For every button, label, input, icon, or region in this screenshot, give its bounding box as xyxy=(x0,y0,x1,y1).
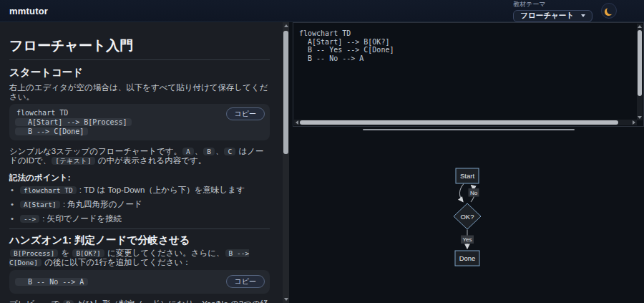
section-heading-start-code: スタートコード xyxy=(9,67,270,77)
section-divider xyxy=(9,229,270,229)
scrollbar-thumb[interactable] xyxy=(638,30,642,96)
points-heading: 記法のポイント: xyxy=(9,173,270,183)
editor-line: flowchart TD xyxy=(299,29,633,38)
flowchart-svg: No Yes Start OK? Done xyxy=(426,161,512,276)
scroll-right-arrow-icon[interactable] xyxy=(633,120,635,125)
scroll-up-arrow-icon[interactable] xyxy=(284,24,288,27)
dark-mode-toggle[interactable] xyxy=(601,3,617,19)
svg-text:Yes: Yes xyxy=(462,236,472,243)
scroll-down-arrow-icon[interactable] xyxy=(284,298,288,301)
scrollbar-thumb[interactable] xyxy=(300,120,618,125)
svg-text:OK?: OK? xyxy=(460,213,474,221)
handson-note-paragraph: プレビューで B がひし形（判定ノード）になり、Yes/No の2つの経路に分か… xyxy=(9,299,270,303)
split-resize-handle[interactable] xyxy=(363,129,575,130)
inline-code: B[Process] xyxy=(10,249,58,257)
inline-code: flowchart TD xyxy=(20,186,77,194)
workspace-panel: flowchart TD A[Start] --> B[OK?] B -- Ye… xyxy=(293,22,644,303)
editor-horizontal-scrollbar[interactable] xyxy=(294,120,637,125)
handson-intro-paragraph: B[Process] を B[OK?] に変更してください。さらに、B --> … xyxy=(9,249,270,267)
inline-code: [テキスト] xyxy=(52,157,94,165)
inline-code: --> xyxy=(20,215,39,223)
scroll-down-arrow-icon[interactable] xyxy=(638,116,642,119)
section-heading-handson1: ハンズオン1: 判定ノードで分岐させる xyxy=(9,235,270,245)
explain-paragraph: シンプルな3ステップのフローチャートです。A、B、C はノードのIDで、[テキス… xyxy=(9,147,270,165)
node-decision: OK? xyxy=(454,203,481,229)
copy-button[interactable]: コピー xyxy=(226,107,265,120)
moon-icon xyxy=(607,6,615,14)
lesson-content: フローチャート入門 スタートコード 右上のエディタが空の場合は、以下をすべて貼り… xyxy=(9,22,270,303)
inline-code: A xyxy=(182,148,194,155)
theme-select[interactable]: フローチャート xyxy=(513,10,592,22)
inline-code: B xyxy=(203,148,215,155)
edge-start-to-decision xyxy=(460,184,464,202)
scroll-left-arrow-icon[interactable] xyxy=(296,120,298,125)
scroll-up-arrow-icon[interactable] xyxy=(638,25,642,28)
svg-text:Done: Done xyxy=(459,254,476,262)
inline-code: C xyxy=(224,148,235,155)
code-block-handson: B -- No --> A コピー xyxy=(9,270,270,294)
editor-line: B -- Yes --> C[Done] xyxy=(299,46,633,54)
list-item: flowchart TD : TD は Top-Down（上から下）を意味します xyxy=(9,186,270,195)
code-line: B --> C[Done] xyxy=(16,127,263,136)
svg-text:No: No xyxy=(470,190,478,196)
copy-button[interactable]: コピー xyxy=(226,275,265,288)
app-header: mmtutor 教材テーマ フローチャート xyxy=(0,0,644,22)
header-controls: 教材テーマ フローチャート xyxy=(513,0,617,22)
inline-code: A[Start] xyxy=(20,201,60,208)
editor-line: B -- No --> A xyxy=(299,54,633,63)
points-list: flowchart TD : TD は Top-Down（上から下）を意味します… xyxy=(9,186,270,223)
editor-line: A[Start] --> B[OK?] xyxy=(299,38,633,47)
page-title: フローチャート入門 xyxy=(9,37,270,60)
diagram-preview: No Yes Start OK? Done xyxy=(293,131,644,303)
node-start: Start xyxy=(456,168,479,183)
code-line: A[Start] --> B[Process] xyxy=(16,117,263,127)
svg-text:Start: Start xyxy=(460,172,474,180)
code-block-start: flowchart TD A[Start] --> B[Process] B -… xyxy=(9,104,270,140)
inline-code: B[OK?] xyxy=(72,249,104,257)
theme-label: 教材テーマ xyxy=(513,0,592,9)
intro-paragraph: 右上のエディタが空の場合は、以下をすべて貼り付けて保存してください。 xyxy=(9,83,270,102)
theme-select-value: フローチャート xyxy=(520,11,574,21)
inline-code: B xyxy=(63,300,74,303)
editor-vertical-scrollbar[interactable] xyxy=(637,24,643,120)
editor-text-area[interactable]: flowchart TD A[Start] --> B[OK?] B -- Ye… xyxy=(299,29,633,117)
lesson-panel: フローチャート入門 スタートコード 右上のエディタが空の場合は、以下をすべて貼り… xyxy=(0,22,283,303)
scrollbar-thumb[interactable] xyxy=(283,31,288,154)
theme-group: 教材テーマ フローチャート xyxy=(513,0,592,22)
list-item: A[Start] : 角丸四角形のノード xyxy=(9,200,270,209)
edge-label-no: No xyxy=(469,188,479,197)
edge-label-yes: Yes xyxy=(461,236,474,244)
brand-logo: mmtutor xyxy=(9,6,48,16)
lesson-scrollbar[interactable] xyxy=(283,22,289,303)
node-done: Done xyxy=(455,251,479,266)
code-editor: flowchart TD A[Start] --> B[OK?] B -- Ye… xyxy=(293,22,644,127)
chevron-down-icon xyxy=(581,14,585,17)
list-item: --> : 矢印でノードを接続 xyxy=(9,214,270,223)
